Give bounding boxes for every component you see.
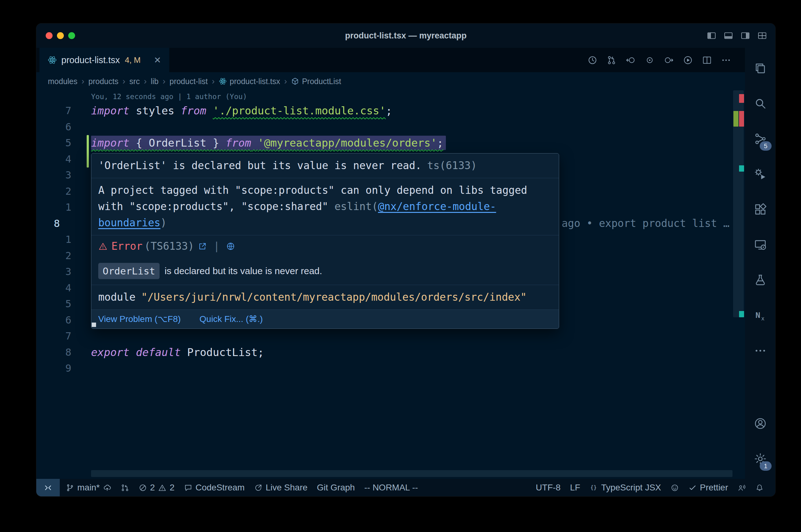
code-token[interactable]: default [136,346,181,359]
titlebar[interactable]: product-list.tsx — myreactapp [36,23,775,48]
status-item-end-of-line[interactable]: LF [565,479,585,496]
docs-globe-icon[interactable] [226,242,235,251]
code-line[interactable]: 7 [36,328,745,344]
status-item-git-branch[interactable]: main* [61,479,116,496]
tab-close-icon[interactable]: ✕ [154,55,161,65]
line-number[interactable]: 7 [36,103,71,119]
code-token[interactable] [206,104,213,117]
status-item-remote-indicator[interactable] [36,479,60,496]
line-number[interactable]: 1 [36,232,71,248]
activity-item-extensions[interactable] [745,192,775,227]
layout-grid-icon[interactable] [757,31,767,41]
line-number[interactable]: 4 [36,151,71,168]
status-item-git-graph[interactable]: Git Graph [312,479,360,496]
code-token[interactable]: import [91,137,129,149]
code-token[interactable]: ProductList; [181,346,264,359]
code-token[interactable]: from [225,137,251,149]
breadcrumb-item-products[interactable]: products [89,77,119,86]
activity-item-settings[interactable]: 1 [745,441,775,476]
code-token[interactable]: from [181,104,206,117]
code-line[interactable]: 7import styles from './product-list.modu… [36,103,745,119]
code-token[interactable]: ; [386,104,392,117]
breadcrumb-item-product-list-tsx[interactable]: product-list.tsx [219,77,280,86]
codelens-blame[interactable]: You, 12 seconds ago | 1 author (You) [36,90,745,103]
view-problem-link[interactable]: View Problem (⌥F8) [98,314,181,325]
code-token[interactable]: export [91,346,129,359]
status-text: CodeStream [196,482,245,493]
code-line[interactable]: 8export default ProductList; [36,344,745,361]
line-number[interactable]: 8 [36,344,71,361]
activity-item-nx-console[interactable]: Nx [745,298,775,333]
horizontal-scrollbar[interactable] [91,470,732,477]
line-number[interactable]: 7 [36,328,71,344]
open-externally-icon[interactable] [198,242,207,251]
breadcrumb-label: products [89,77,119,86]
breadcrumb-item-lib[interactable]: lib [151,77,159,86]
breadcrumb-item-src[interactable]: src [129,77,140,86]
code-line[interactable]: 6 [36,119,745,135]
code-line[interactable]: 5import { OrderList } from '@myreactapp/… [36,135,745,151]
status-item-encoding[interactable]: UTF-8 [531,479,565,496]
line-number[interactable]: 2 [36,248,71,264]
code-token[interactable] [251,137,257,149]
more-actions-icon[interactable] [721,55,731,65]
line-number[interactable]: 2 [36,184,71,200]
activity-item-source-control[interactable]: 5 [745,121,775,156]
code-token[interactable]: import [91,104,129,117]
code-token[interactable]: { OrderList } [129,137,225,149]
line-number[interactable]: 9 [36,360,71,377]
line-number[interactable]: 3 [36,167,71,184]
run-file-icon[interactable] [683,55,693,65]
code-editor[interactable]: You, 12 seconds ago | 1 author (You)7imp… [36,90,745,479]
activity-item-run-and-debug[interactable] [745,156,775,192]
error-label: Error [111,240,142,253]
status-item-vim-mode[interactable]: -- NORMAL -- [360,479,423,496]
line-number[interactable]: 6 [36,119,71,135]
tab-product-list[interactable]: product-list.tsx 4, M ✕ [39,48,169,72]
hover-ts-message: 'OrderList' is declared but its value is… [98,159,421,172]
activity-item-accounts[interactable] [745,406,775,441]
timeline-icon[interactable] [587,55,598,65]
layout-sidebar-right-icon[interactable] [740,31,750,41]
compare-changes-icon[interactable] [606,55,617,65]
status-item-problems[interactable]: 22 [134,479,179,496]
navigate-back-icon[interactable] [625,55,636,65]
quick-fix-link[interactable]: Quick Fix... (⌘.) [200,314,263,325]
breadcrumb-item-productlist[interactable]: ProductList [291,77,341,86]
code-token[interactable]: styles [129,104,181,117]
status-item-codestream[interactable]: CodeStream [179,479,249,496]
layout-sidebar-left-icon[interactable] [707,31,716,41]
line-number[interactable]: 4 [36,280,71,296]
navigate-forward-icon[interactable] [663,55,674,65]
status-item-live-share[interactable]: Live Share [249,479,312,496]
activity-item-additional-views[interactable] [745,333,775,368]
breadcrumb-item-product-list[interactable]: product-list [169,77,208,86]
code-token[interactable]: './product-list.module.css' [213,104,386,117]
code-token[interactable] [129,346,136,359]
activity-item-search[interactable] [745,86,775,121]
code-token[interactable]: ; [437,137,443,149]
line-number[interactable]: 5 [36,296,71,312]
status-item-git-pull-request[interactable] [116,479,134,496]
checkpoint-icon[interactable] [644,55,655,65]
layout-panel-icon[interactable] [723,31,733,41]
status-item-notifications[interactable] [751,479,768,496]
line-number[interactable]: 5 [36,135,71,151]
activity-item-testing[interactable] [745,262,775,298]
status-item-prettier[interactable]: Prettier [684,479,733,496]
status-item-feedback-smiley[interactable] [666,479,684,496]
code-token[interactable]: '@myreactapp/modules/orders' [257,137,437,149]
activity-item-remote-explorer[interactable] [745,227,775,262]
line-number[interactable]: 6 [36,312,71,328]
line-number[interactable]: 3 [36,264,71,280]
remote-icon [44,483,52,492]
line-number[interactable]: 1 [36,200,71,216]
status-item-language-mode[interactable]: {}TypeScript JSX [585,479,666,496]
status-item-screencast[interactable] [733,479,751,496]
code-line[interactable]: 9 [36,360,745,377]
activity-item-explorer[interactable] [745,50,775,86]
line-number[interactable]: 8 [36,216,71,232]
hover-resize-grip[interactable] [92,323,96,327]
split-editor-icon[interactable] [702,55,712,65]
breadcrumb-item-modules[interactable]: modules [48,77,78,86]
